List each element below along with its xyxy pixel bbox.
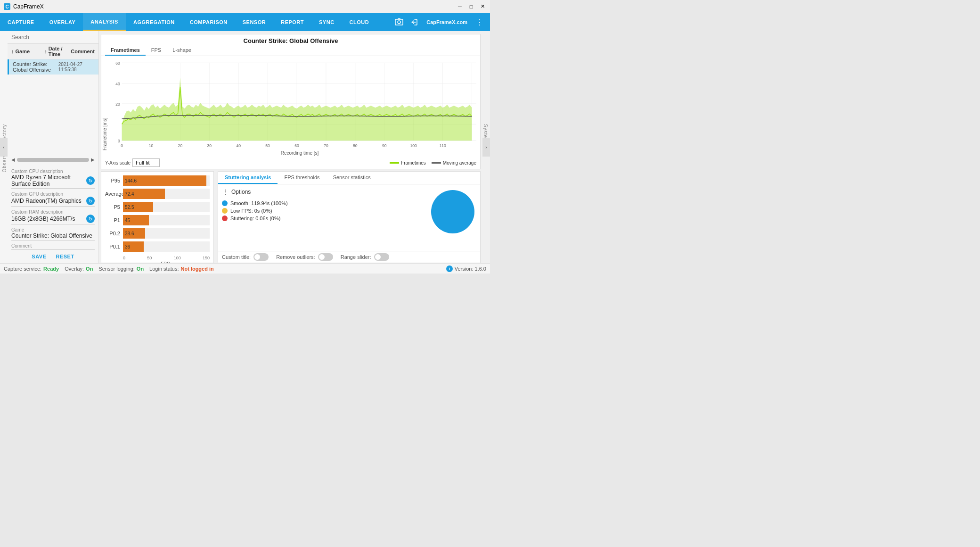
bar-value: 45 <box>125 218 130 223</box>
minimize-button[interactable]: ─ <box>456 3 464 10</box>
version-info-icon[interactable]: i <box>446 265 453 272</box>
svg-text:0: 0 <box>118 139 120 143</box>
version-label: Version: 1.6.0 <box>455 266 486 272</box>
cpu-value-row: AMD Ryzen 7 Microsoft Surface Edition ↻ <box>11 174 95 189</box>
scrollbar-thumb[interactable] <box>17 158 89 162</box>
svg-text:C: C <box>5 4 8 9</box>
bar-fill: 72.4 <box>123 189 165 199</box>
bar-row-p5: P552.5 <box>105 202 210 212</box>
y-scale-section: Y-Axis scale Full fit <box>105 158 160 167</box>
chart-tabs: Frametimes FPS L-shape <box>101 45 480 56</box>
nav-overlay[interactable]: OVERLAY <box>42 13 83 31</box>
col-header-comment: Comment <box>71 49 95 54</box>
nav-cloud[interactable]: CLOUD <box>342 13 377 31</box>
chart-container: Frametime [ms] <box>101 56 480 150</box>
tab-fps-thresholds[interactable]: FPS thresholds <box>278 172 326 184</box>
svg-text:100: 100 <box>410 143 417 148</box>
gpu-value: AMD Radeon(TM) Graphics <box>11 198 86 204</box>
tab-fps[interactable]: FPS <box>146 45 167 56</box>
bar-label: P0.2 <box>105 231 123 236</box>
bar-track: 52.5 <box>123 202 210 212</box>
bar-label: P0.1 <box>105 244 123 249</box>
maximize-button[interactable]: □ <box>467 3 475 10</box>
bottom-controls: Custom title: Remove outliers: Range sli… <box>218 251 480 263</box>
tab-stuttering-analysis[interactable]: Stuttering analysis <box>218 172 278 184</box>
file-row[interactable]: Counter Strike: Global Offensive 2021-04… <box>8 59 98 75</box>
tab-sensor-statistics[interactable]: Sensor statistics <box>327 172 377 184</box>
y-axis-label: Frametime [ms] <box>101 58 108 150</box>
bar-row-p95: P95144.6 <box>105 175 210 186</box>
nav-aggregation[interactable]: AGGREGATION <box>126 13 182 31</box>
bar-track: 36 <box>123 241 210 252</box>
left-collapse-button[interactable]: ‹ <box>0 138 8 157</box>
moving-average-legend-label: Moving average <box>443 160 476 166</box>
bar-label: P1 <box>105 217 123 223</box>
bar-x-axis: 050100150 <box>105 256 210 260</box>
reset-button[interactable]: RESET <box>56 254 74 259</box>
close-button[interactable]: ✕ <box>479 3 486 10</box>
svg-text:40: 40 <box>115 81 120 86</box>
nav-comparison[interactable]: COMPARISON <box>182 13 235 31</box>
low-fps-dot <box>222 208 228 214</box>
info-section: Custom CPU description AMD Ryzen 7 Micro… <box>0 164 98 250</box>
bottom-section: P95144.6Average72.4P552.5P145P0.238.6P0.… <box>101 171 481 263</box>
pie-chart-container <box>429 188 476 235</box>
pie-chart <box>429 188 476 235</box>
custom-title-toggle[interactable] <box>253 253 269 261</box>
left-panel: ‹ ↑ Game ↑ Date / Time Comment <box>0 31 99 263</box>
svg-text:40: 40 <box>236 143 241 148</box>
nav-report[interactable]: REPORT <box>273 13 311 31</box>
bar-chart-container: P95144.6Average72.4P552.5P145P0.238.6P0.… <box>105 175 210 255</box>
svg-text:20: 20 <box>115 102 120 107</box>
save-button[interactable]: SAVE <box>32 254 46 259</box>
gpu-label: Custom GPU description <box>11 191 95 197</box>
nav-analysis[interactable]: ANALYSIS <box>83 13 126 31</box>
remove-outliers-toggle[interactable] <box>318 253 333 261</box>
range-slider-toggle[interactable] <box>374 253 389 261</box>
tab-frametimes[interactable]: Frametimes <box>105 45 146 56</box>
legend-moving-average: Moving average <box>432 160 476 166</box>
bar-row-average: Average72.4 <box>105 189 210 199</box>
bar-value: 36 <box>125 244 130 249</box>
chart-footer: Y-Axis scale Full fit Frametimes Movi <box>101 157 480 169</box>
tab-lshape[interactable]: L-shape <box>167 45 197 56</box>
login-icon[interactable] <box>408 16 421 29</box>
cpu-refresh-button[interactable]: ↻ <box>86 176 95 185</box>
main-layout: ‹ ↑ Game ↑ Date / Time Comment <box>0 31 490 263</box>
scroll-left-arrow[interactable]: ◀ <box>11 157 15 162</box>
y-scale-select[interactable]: Full fit <box>132 158 160 167</box>
moving-average-legend-line <box>432 162 441 164</box>
svg-text:60: 60 <box>115 61 120 66</box>
svg-text:0: 0 <box>121 143 123 148</box>
bar-fill: 38.6 <box>123 228 145 239</box>
ram-refresh-button[interactable]: ↻ <box>86 215 95 223</box>
bar-value: 38.6 <box>125 231 134 236</box>
overlay-value: On <box>86 266 93 272</box>
window-controls: ─ □ ✕ <box>456 3 486 10</box>
col-header-date[interactable]: ↑ Date / Time <box>44 46 71 57</box>
more-options-icon[interactable]: ⋮ <box>473 16 486 29</box>
stats-panel: P95144.6Average72.4P552.5P145P0.238.6P0.… <box>101 171 214 263</box>
nav-capture[interactable]: CAPTURE <box>0 13 42 31</box>
nav-sync[interactable]: SYNC <box>311 13 342 31</box>
nav-sensor[interactable]: SENSOR <box>235 13 273 31</box>
sensor-status: Sensor logging: On <box>98 266 144 272</box>
nav-bar: CAPTURE OVERLAY ANALYSIS AGGREGATION COM… <box>0 13 490 31</box>
bar-track: 38.6 <box>123 228 210 239</box>
search-input[interactable] <box>11 34 95 41</box>
app-title: CapFrameX <box>13 3 44 10</box>
col-date-label: Date / Time <box>49 46 71 57</box>
gpu-refresh-button[interactable]: ↻ <box>86 197 95 205</box>
scroll-right-arrow[interactable]: ▶ <box>91 157 95 162</box>
right-collapse-button[interactable]: › <box>482 138 490 157</box>
svg-text:90: 90 <box>382 143 387 148</box>
bar-value: 72.4 <box>125 191 134 197</box>
options-menu-icon[interactable]: ⋮ <box>222 188 229 196</box>
options-label: Options <box>231 189 251 195</box>
site-link[interactable]: CapFrameX.com <box>423 19 471 25</box>
stuttering-panel: Stuttering analysis FPS thresholds Senso… <box>218 171 481 263</box>
col-header-game[interactable]: ↑ Game <box>11 49 44 54</box>
screenshot-icon[interactable] <box>392 16 406 29</box>
svg-text:70: 70 <box>324 143 328 148</box>
col-game-label: Game <box>16 49 30 54</box>
